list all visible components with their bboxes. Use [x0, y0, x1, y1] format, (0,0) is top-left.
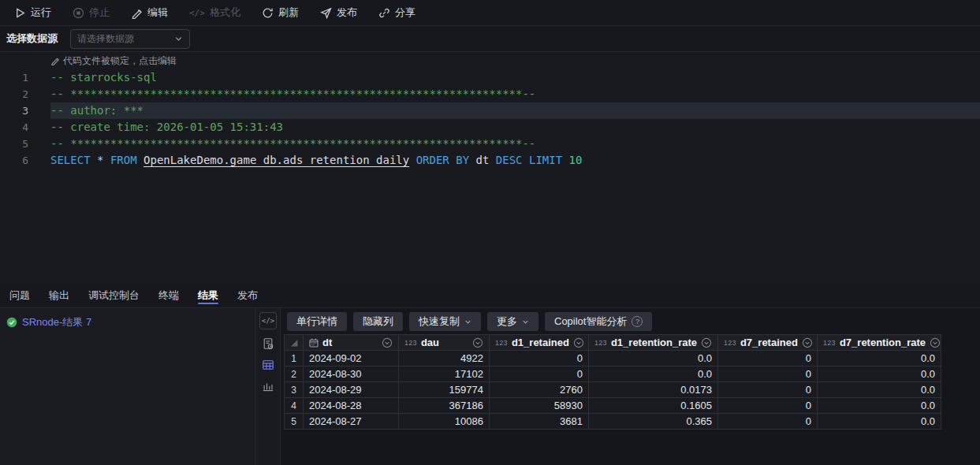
table-cell[interactable]: 367186: [399, 398, 490, 413]
table-cell[interactable]: 2024-08-30: [304, 366, 399, 381]
row-number: 1: [285, 351, 304, 366]
table-cell[interactable]: 0.0: [589, 351, 718, 366]
format-button[interactable]: </> 格式化: [189, 6, 240, 20]
row-number: 5: [285, 414, 304, 429]
code-view-button[interactable]: </>: [259, 312, 277, 329]
table-row[interactable]: 32024-08-2915977427600.017300.0: [285, 382, 941, 398]
share-label: 分享: [395, 6, 415, 20]
column-name: d7_retained: [740, 337, 798, 348]
table-cell[interactable]: 3681: [490, 414, 589, 429]
table-cell[interactable]: 4922: [399, 351, 490, 366]
lock-notice[interactable]: 代码文件被锁定，点击编辑: [0, 52, 980, 69]
datasource-label: 选择数据源: [6, 32, 58, 46]
table-cell[interactable]: 2024-09-02: [304, 351, 399, 366]
code-editor[interactable]: 代码文件被锁定，点击编辑 1-- starrocks-sql2-- ******…: [0, 52, 980, 284]
code-line-4: 4-- create time: 2026-01-05 15:31:43: [0, 119, 980, 136]
table-cell[interactable]: 0: [490, 366, 589, 381]
column-header-d7_retention_rate[interactable]: 123d7_retention_rate: [818, 335, 941, 350]
panel-tab-3[interactable]: 调试控制台: [88, 284, 140, 307]
run-button[interactable]: 运行: [14, 6, 51, 20]
table-cell[interactable]: 0: [718, 398, 818, 413]
table-row[interactable]: 42024-08-28367186589300.160500.0: [285, 398, 941, 414]
column-menu-icon[interactable]: [802, 337, 813, 348]
table-cell[interactable]: 0.0173: [589, 382, 718, 397]
table-cell[interactable]: 2024-08-27: [304, 414, 399, 429]
table-cell[interactable]: 159774: [399, 382, 490, 397]
calendar-icon: [309, 338, 319, 348]
pencil-icon: [50, 56, 60, 65]
number-type-icon: 123: [495, 339, 508, 347]
stop-button[interactable]: 停止: [73, 6, 110, 20]
panel-tab-6[interactable]: 发布: [237, 284, 258, 307]
table-cell[interactable]: 0.0: [818, 398, 941, 413]
column-name: dau: [421, 337, 439, 348]
refresh-button[interactable]: 刷新: [262, 6, 299, 20]
table-cell[interactable]: 2760: [490, 382, 589, 397]
select-all-corner[interactable]: [285, 335, 304, 350]
result-item[interactable]: SRnode-结果 7: [6, 315, 249, 329]
panel-tab-1[interactable]: 问题: [9, 284, 30, 307]
table-row[interactable]: 52024-08-271008636810.36500.0: [285, 414, 941, 430]
row-number: 4: [285, 398, 304, 413]
column-menu-icon[interactable]: [382, 337, 393, 348]
share-link-icon: [378, 7, 390, 19]
column-name: d1_retained: [512, 337, 569, 348]
table-cell[interactable]: 0: [718, 366, 818, 381]
table-cell[interactable]: 0.1605: [589, 398, 718, 413]
publish-button[interactable]: 发布: [320, 6, 357, 20]
more-button[interactable]: 更多: [487, 312, 538, 331]
line-number: 3: [0, 102, 35, 119]
column-menu-icon[interactable]: [472, 337, 483, 348]
table-cell[interactable]: 0.0: [818, 382, 941, 397]
column-header-d1_retention_rate[interactable]: 123d1_retention_rate: [589, 335, 718, 350]
bottom-panel-tabs: 问题输出调试控制台终端结果发布: [0, 284, 980, 308]
number-type-icon: 123: [594, 339, 607, 347]
column-header-d7_retained[interactable]: 123d7_retained: [718, 335, 818, 350]
table-cell[interactable]: 10086: [399, 414, 490, 429]
column-header-d1_retained[interactable]: 123d1_retained: [490, 335, 589, 350]
column-menu-icon[interactable]: [930, 337, 941, 348]
column-name: d7_retention_rate: [840, 337, 926, 348]
table-row[interactable]: 22024-08-301710200.000.0: [285, 366, 941, 382]
chart-view-button[interactable]: [261, 379, 275, 393]
column-menu-icon[interactable]: [701, 337, 712, 348]
code-line-6: 6SELECT * FROM OpenLakeDemo.game_db.ads_…: [0, 152, 980, 169]
quick-copy-button[interactable]: 快速复制: [409, 312, 481, 331]
column-header-dt[interactable]: dt: [304, 335, 399, 350]
edit-label: 编辑: [147, 6, 168, 20]
refresh-icon: [262, 7, 274, 19]
column-header-dau[interactable]: 123dau: [399, 335, 490, 350]
table-cell[interactable]: 0: [718, 414, 818, 429]
panel-tab-4[interactable]: 终端: [158, 284, 179, 307]
table-cell[interactable]: 0: [718, 351, 818, 366]
run-log-view-button[interactable]: [261, 337, 275, 351]
result-table: dt123dau123d1_retained123d1_retention_ra…: [284, 334, 941, 430]
column-menu-icon[interactable]: [573, 337, 584, 348]
refresh-label: 刷新: [278, 6, 299, 20]
datasource-select[interactable]: 请选择数据源: [70, 29, 190, 49]
line-number: 1: [0, 69, 35, 86]
edit-button[interactable]: 编辑: [131, 6, 168, 20]
panel-tab-2[interactable]: 输出: [49, 284, 69, 307]
bar-chart-icon: [262, 380, 274, 392]
table-cell[interactable]: 2024-08-28: [304, 398, 399, 413]
table-cell[interactable]: 17102: [399, 366, 490, 381]
table-cell[interactable]: 0.0: [818, 366, 941, 381]
table-view-button[interactable]: [261, 358, 275, 372]
number-type-icon: 123: [404, 339, 417, 347]
row-detail-button[interactable]: 单行详情: [287, 312, 347, 331]
table-cell[interactable]: 2024-08-29: [304, 382, 399, 397]
panel-tab-5[interactable]: 结果: [198, 284, 218, 307]
table-cell[interactable]: 58930: [490, 398, 589, 413]
table-cell[interactable]: 0: [490, 351, 589, 366]
table-cell[interactable]: 0.365: [589, 414, 718, 429]
copilot-analysis-button[interactable]: Copilot智能分析 ?: [545, 312, 652, 331]
table-cell[interactable]: 0.0: [589, 366, 718, 381]
table-row[interactable]: 12024-09-02492200.000.0: [285, 351, 941, 366]
table-cell[interactable]: 0.0: [818, 351, 941, 366]
share-button[interactable]: 分享: [378, 6, 415, 20]
hide-columns-button[interactable]: 隐藏列: [353, 312, 403, 331]
table-cell[interactable]: 0: [718, 382, 818, 397]
table-cell[interactable]: 0.0: [818, 414, 941, 429]
play-icon: [14, 7, 26, 19]
